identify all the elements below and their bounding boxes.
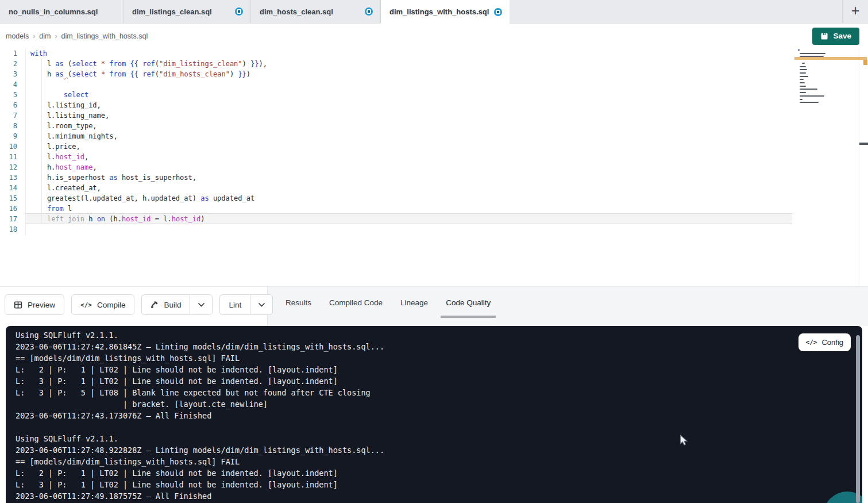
code-line[interactable]: left join h on (h.host_id = l.host_id) xyxy=(30,214,205,224)
save-button-label: Save xyxy=(833,32,851,40)
code-token-kw: from xyxy=(109,60,126,68)
code-editor[interactable]: 123456789101112131415161718 with l as (s… xyxy=(0,48,868,286)
terminal-line: L: 3 | P: 1 | LT02 | Line should not be … xyxy=(16,375,384,387)
line-number: 16 xyxy=(0,203,17,214)
file-tab-bar: no_nulls_in_columns.sqldim_listings_clea… xyxy=(0,0,868,24)
file-tab-label: dim_listings_with_hosts.sql xyxy=(389,7,489,16)
file-tab[interactable]: no_nulls_in_columns.sql xyxy=(0,0,124,23)
code-token-pl: l.listing_name, xyxy=(30,112,109,120)
breadcrumb: models›dim›dim_listings_with_hosts.sql xyxy=(6,32,148,40)
code-token-var: host_id xyxy=(122,215,151,223)
code-brackets-icon: </> xyxy=(806,339,817,346)
ruler-scroll-marker[interactable] xyxy=(859,143,868,145)
file-tab-label: dim_hosts_clean.sql xyxy=(260,7,333,16)
code-token-kw: from xyxy=(109,70,126,78)
file-tab[interactable]: dim_listings_clean.sql xyxy=(124,0,251,23)
breadcrumb-item[interactable]: dim xyxy=(39,32,51,40)
minimap-line xyxy=(800,95,824,97)
code-token-pl: l. xyxy=(30,153,55,161)
terminal-line: == [models/dim/dim_listings_with_hosts.s… xyxy=(16,456,384,467)
terminal-panel: Using SQLFluff v2.1.1.2023-06-06T11:27:4… xyxy=(6,326,862,503)
code-line[interactable]: with xyxy=(30,48,47,59)
breadcrumb-separator-icon: › xyxy=(55,32,57,40)
breadcrumb-item[interactable]: models xyxy=(6,32,29,40)
build-button[interactable]: Build xyxy=(141,294,190,315)
line-number: 1 xyxy=(0,48,17,59)
code-token-op: * xyxy=(101,60,105,68)
code-line[interactable]: l.price, xyxy=(30,141,80,152)
terminal-scrollbar-thumb[interactable] xyxy=(856,335,860,503)
minimap[interactable] xyxy=(798,49,840,110)
panel-tab-code-quality[interactable]: Code Quality xyxy=(446,287,491,318)
new-tab-button[interactable]: + xyxy=(842,0,868,23)
code-token-pl: ( xyxy=(155,60,159,68)
code-line[interactable]: l as (select * from {{ ref("dim_listings… xyxy=(30,59,267,69)
code-token-pl: , xyxy=(92,163,97,171)
file-tab[interactable]: dim_listings_with_hosts.sql xyxy=(381,0,510,24)
save-button[interactable]: Save xyxy=(812,28,859,45)
minimap-line xyxy=(800,86,805,87)
minimap-line xyxy=(800,72,805,74)
minimap-line xyxy=(800,66,806,67)
code-line[interactable]: l.host_id, xyxy=(30,152,88,162)
code-line[interactable]: h.is_superhost as host_is_superhost, xyxy=(30,172,196,183)
breadcrumb-bar: models›dim›dim_listings_with_hosts.sql S… xyxy=(0,24,868,48)
terminal-line: 2023-06-06T11:27:43.173076Z — All Finish… xyxy=(16,410,384,421)
code-line[interactable]: h as (select * from {{ ref("dim_hosts_cl… xyxy=(30,69,250,79)
code-line[interactable]: l.listing_id, xyxy=(30,100,101,110)
code-line[interactable]: l.created_at, xyxy=(30,183,101,193)
code-token-pl xyxy=(97,70,101,78)
minimap-line xyxy=(798,49,800,51)
config-button[interactable]: </> Config xyxy=(798,333,851,351)
code-token-pl: l xyxy=(30,60,55,68)
file-tab-label: dim_listings_clean.sql xyxy=(132,7,212,16)
file-tab[interactable]: dim_hosts_clean.sql xyxy=(251,0,381,23)
code-token-kw: as xyxy=(55,60,63,68)
code-line[interactable]: l.listing_name, xyxy=(30,110,109,121)
line-number: 3 xyxy=(0,69,17,79)
breadcrumb-separator-icon: › xyxy=(33,32,35,40)
code-token-kw: }} xyxy=(238,70,246,78)
lint-button[interactable]: Lint xyxy=(219,294,250,315)
code-token-pl: l xyxy=(64,205,72,213)
code-token-pl: ( xyxy=(155,70,159,78)
code-line[interactable]: greatest(l.updated_at, h.updated_at) as … xyxy=(30,193,254,203)
code-line[interactable]: select xyxy=(30,90,88,100)
code-brackets-icon: </> xyxy=(80,301,92,309)
panel-tab-compiled-code[interactable]: Compiled Code xyxy=(329,287,383,318)
code-line[interactable]: h.host_name, xyxy=(30,162,97,172)
terminal-line: 2023-06-06T11:27:48.922828Z — Linting mo… xyxy=(16,444,384,456)
lint-dropdown-button[interactable] xyxy=(250,294,273,315)
build-dropdown-button[interactable] xyxy=(190,294,213,315)
code-token-pl: ), xyxy=(259,60,267,68)
compile-button[interactable]: </> Compile xyxy=(71,294,134,315)
code-token-kw: }} xyxy=(250,60,259,68)
lint-output: Using SQLFluff v2.1.1.2023-06-06T11:27:4… xyxy=(16,329,384,502)
editor-toolbar: Preview </> Compile Build Lint xyxy=(0,286,868,326)
build-button-group: Build xyxy=(141,294,213,315)
code-line[interactable]: l.minimum_nights, xyxy=(30,131,118,141)
code-token-pl: ) xyxy=(242,60,250,68)
chevron-down-icon xyxy=(259,303,265,307)
unsaved-changes-dot-icon xyxy=(494,8,502,16)
breadcrumb-item[interactable]: dim_listings_with_hosts.sql xyxy=(61,32,148,40)
code-token-pl xyxy=(30,215,47,223)
code-line[interactable]: l.room_type, xyxy=(30,121,97,131)
panel-tab-results[interactable]: Results xyxy=(286,287,311,318)
code-token-pl: l.room_type, xyxy=(30,122,97,130)
gutter-divider xyxy=(25,48,26,236)
code-line[interactable]: from l xyxy=(30,203,72,214)
code-token-pl: updated_at xyxy=(209,194,254,202)
code-token-pl: = l. xyxy=(151,215,172,223)
code-token-kw: on xyxy=(97,215,105,223)
terminal-line: | bracket. [layout.cte_newline] xyxy=(16,398,384,410)
code-token-kw: as xyxy=(55,70,63,78)
code-token-str: "dim_hosts_clean" xyxy=(159,70,230,78)
line-number: 17 xyxy=(0,214,17,224)
code-token-pl: h xyxy=(30,70,55,78)
preview-button[interactable]: Preview xyxy=(5,294,64,315)
panel-tab-lineage[interactable]: Lineage xyxy=(400,287,428,318)
code-token-pl: l.minimum_nights, xyxy=(30,132,118,140)
overview-ruler-divider xyxy=(859,48,859,286)
minimap-line xyxy=(800,99,803,100)
